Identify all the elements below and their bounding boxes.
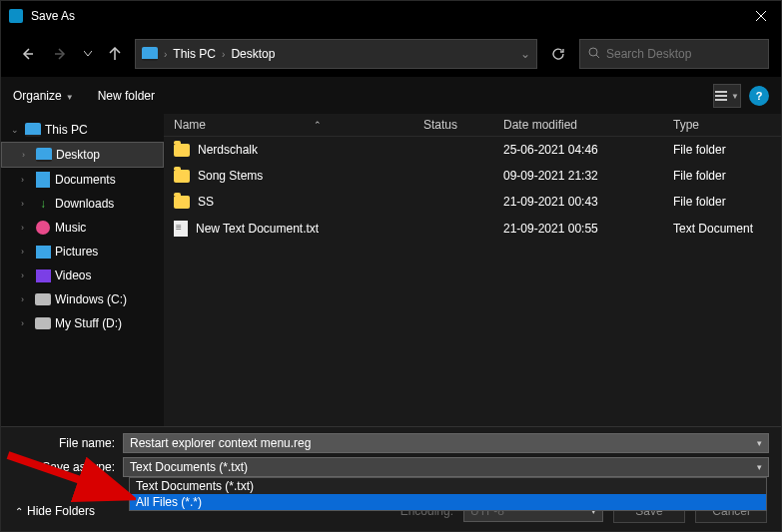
- save-as-type-dropdown: Text Documents (*.txt) All Files (*.*): [129, 477, 767, 511]
- folder-icon: [174, 170, 190, 183]
- sidebar-item-documents[interactable]: › Documents: [1, 168, 164, 192]
- bottom-form: File name: ▾ Save as type: Text Document…: [1, 426, 781, 531]
- sidebar-item-downloads[interactable]: › ↓ Downloads: [1, 192, 164, 216]
- type-option-txt[interactable]: Text Documents (*.txt): [130, 478, 766, 494]
- file-row[interactable]: New Text Document.txt21-09-2021 00:55Tex…: [164, 215, 781, 243]
- chevron-down-icon: ▼: [66, 93, 74, 102]
- text-file-icon: [174, 221, 188, 237]
- column-type[interactable]: Type: [673, 118, 781, 132]
- sort-ascending-icon: ⌃: [314, 120, 322, 130]
- download-icon: ↓: [35, 196, 51, 212]
- back-button[interactable]: [13, 40, 41, 68]
- music-icon: [36, 221, 50, 235]
- type-option-all-files[interactable]: All Files (*.*): [130, 494, 766, 510]
- file-type: File folder: [673, 169, 781, 183]
- save-as-type-value: Text Documents (*.txt): [130, 460, 248, 474]
- forward-button[interactable]: [47, 40, 75, 68]
- sidebar-item-label: Downloads: [55, 197, 114, 211]
- chevron-right-icon: ›: [21, 223, 31, 233]
- chevron-down-icon: ▾: [757, 462, 762, 472]
- file-date: 25-06-2021 04:46: [503, 143, 673, 157]
- file-name-field[interactable]: ▾: [123, 433, 769, 453]
- breadcrumb-item[interactable]: Desktop: [231, 47, 275, 61]
- arrow-left-icon: [20, 47, 34, 61]
- folder-icon: [174, 144, 190, 157]
- disk-icon: [35, 317, 51, 329]
- refresh-button[interactable]: [543, 40, 573, 68]
- chevron-down-icon[interactable]: ⌄: [520, 47, 530, 61]
- videos-icon: [36, 269, 51, 282]
- new-folder-button[interactable]: New folder: [98, 89, 155, 103]
- sidebar-item-desktop[interactable]: › Desktop: [1, 142, 164, 168]
- chevron-down-icon: [84, 51, 92, 57]
- pc-icon: [142, 47, 158, 61]
- close-icon: [756, 11, 766, 21]
- close-button[interactable]: [749, 4, 773, 28]
- file-row[interactable]: Song Stems09-09-2021 21:32File folder: [164, 163, 781, 189]
- chevron-right-icon: ›: [21, 294, 31, 304]
- sidebar-item-label: Windows (C:): [55, 292, 127, 306]
- file-name-label: File name:: [13, 436, 123, 450]
- file-type: File folder: [673, 143, 781, 157]
- sidebar-item-mystuff-d[interactable]: › My Stuff (D:): [1, 311, 164, 335]
- sidebar: ⌄ This PC › Desktop › Documents › ↓ Down…: [1, 114, 164, 426]
- recent-dropdown[interactable]: [81, 40, 95, 68]
- file-name: New Text Document.txt: [196, 222, 319, 236]
- file-name: Song Stems: [198, 169, 263, 183]
- column-status[interactable]: Status: [423, 118, 503, 132]
- view-options-button[interactable]: ▼: [713, 84, 741, 108]
- help-button[interactable]: ?: [749, 86, 769, 106]
- sidebar-item-label: Documents: [55, 173, 116, 187]
- sidebar-item-pictures[interactable]: › Pictures: [1, 240, 164, 264]
- file-row[interactable]: Nerdschalk25-06-2021 04:46File folder: [164, 137, 781, 163]
- column-date[interactable]: Date modified: [503, 118, 673, 132]
- chevron-right-icon: ›: [21, 318, 31, 328]
- address-bar[interactable]: › This PC › Desktop ⌄: [135, 39, 537, 69]
- arrow-up-icon: [108, 47, 122, 61]
- folder-icon: [174, 196, 190, 209]
- sidebar-item-label: Desktop: [56, 148, 100, 162]
- file-row[interactable]: SS21-09-2021 00:43File folder: [164, 189, 781, 215]
- chevron-down-icon: ⌄: [11, 125, 21, 135]
- file-date: 21-09-2021 00:43: [503, 195, 673, 209]
- toolbar: Organize▼ New folder ▼ ?: [1, 78, 781, 114]
- sidebar-root-this-pc[interactable]: ⌄ This PC: [1, 118, 164, 142]
- chevron-up-icon: ⌃: [15, 506, 23, 517]
- save-as-dialog: Save As › This PC › Desktop ⌄: [0, 0, 782, 532]
- search-input[interactable]: [606, 47, 760, 61]
- sidebar-item-label: This PC: [45, 123, 88, 137]
- app-icon: [9, 9, 23, 23]
- column-headers: Name ⌃ Status Date modified Type: [164, 114, 781, 137]
- file-date: 09-09-2021 21:32: [503, 169, 673, 183]
- hide-folders-toggle[interactable]: ⌃ Hide Folders: [15, 504, 95, 518]
- up-button[interactable]: [101, 40, 129, 68]
- sidebar-item-label: Pictures: [55, 245, 98, 259]
- organize-menu[interactable]: Organize▼: [13, 89, 74, 103]
- sidebar-item-label: Music: [55, 221, 86, 235]
- chevron-down-icon: ▼: [731, 92, 739, 101]
- sidebar-item-windows-c[interactable]: › Windows (C:): [1, 287, 164, 311]
- search-box[interactable]: [579, 39, 769, 69]
- svg-point-0: [589, 48, 597, 56]
- file-list: Name ⌃ Status Date modified Type Nerdsch…: [164, 114, 781, 426]
- file-type: File folder: [673, 195, 781, 209]
- sidebar-item-label: My Stuff (D:): [55, 316, 122, 330]
- breadcrumb-item[interactable]: This PC: [173, 47, 216, 61]
- file-name-input[interactable]: [130, 436, 751, 450]
- file-type: Text Document: [673, 222, 781, 236]
- save-as-type-select[interactable]: Text Documents (*.txt) ▾: [123, 457, 769, 477]
- file-date: 21-09-2021 00:55: [503, 222, 673, 236]
- pictures-icon: [36, 246, 51, 259]
- column-name[interactable]: Name: [174, 118, 206, 132]
- chevron-right-icon: ›: [164, 49, 167, 60]
- document-icon: [36, 172, 50, 188]
- chevron-down-icon[interactable]: ▾: [757, 438, 762, 448]
- file-name: Nerdschalk: [198, 143, 258, 157]
- chevron-right-icon: ›: [22, 150, 32, 160]
- search-icon: [588, 47, 600, 62]
- file-name: SS: [198, 195, 214, 209]
- content-area: ⌄ This PC › Desktop › Documents › ↓ Down…: [1, 114, 781, 426]
- sidebar-item-videos[interactable]: › Videos: [1, 264, 164, 287]
- save-as-type-label: Save as type:: [13, 460, 123, 474]
- sidebar-item-music[interactable]: › Music: [1, 216, 164, 240]
